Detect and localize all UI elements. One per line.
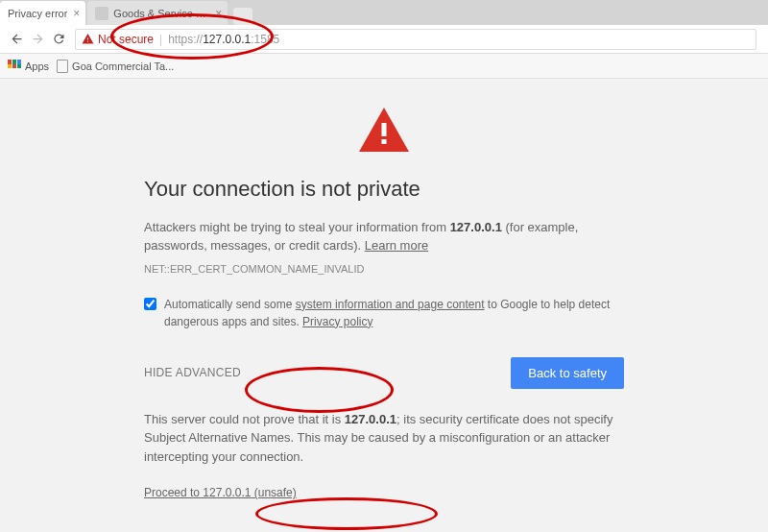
url-scheme: https:// bbox=[168, 33, 203, 46]
url-port: :1585 bbox=[251, 33, 279, 46]
button-row: HIDE ADVANCED Back to safety bbox=[144, 357, 624, 389]
error-code: NET::ERR_CERT_COMMON_NAME_INVALID bbox=[144, 263, 624, 275]
learn-more-link[interactable]: Learn more bbox=[365, 238, 428, 253]
address-bar[interactable]: Not secure | https://127.0.0.1:1585 bbox=[75, 29, 756, 50]
page-icon bbox=[57, 60, 68, 73]
toolbar: Not secure | https://127.0.0.1:1585 bbox=[0, 25, 768, 54]
new-tab-button[interactable] bbox=[233, 8, 252, 25]
forward-button[interactable] bbox=[27, 29, 48, 50]
warning-triangle-icon bbox=[82, 33, 94, 45]
url-host: 127.0.0.1 bbox=[203, 33, 251, 46]
hide-advanced-button[interactable]: HIDE ADVANCED bbox=[144, 366, 241, 379]
bookmark-label: Goa Commercial Ta... bbox=[72, 60, 174, 72]
back-button[interactable] bbox=[6, 29, 27, 50]
not-secure-badge[interactable]: Not secure bbox=[82, 33, 154, 46]
svg-rect-1 bbox=[382, 139, 387, 144]
tab-gst[interactable]: Goods & Service Tax (GS × bbox=[87, 1, 228, 25]
system-info-link[interactable]: system information and page content bbox=[296, 298, 485, 311]
svg-rect-0 bbox=[382, 123, 387, 136]
tab-strip: Privacy error × Goods & Service Tax (GS … bbox=[0, 0, 768, 25]
apps-label: Apps bbox=[25, 60, 49, 72]
advanced-explanation: This server could not prove that it is 1… bbox=[144, 410, 624, 467]
bookmarks-bar: Apps Goa Commercial Ta... bbox=[0, 54, 768, 79]
privacy-policy-link[interactable]: Privacy policy bbox=[302, 315, 372, 328]
close-icon[interactable]: × bbox=[215, 7, 222, 20]
separator: | bbox=[159, 33, 162, 46]
page-content: Your connection is not private Attackers… bbox=[0, 79, 768, 500]
tab-title: Goods & Service Tax (GS bbox=[113, 8, 209, 19]
bookmark-item[interactable]: Goa Commercial Ta... bbox=[57, 60, 174, 73]
opt-in-row: Automatically send some system informati… bbox=[144, 296, 624, 330]
page-title: Your connection is not private bbox=[144, 177, 624, 202]
warning-triangle-icon bbox=[359, 108, 409, 152]
apps-shortcut[interactable]: Apps bbox=[8, 60, 49, 73]
back-to-safety-button[interactable]: Back to safety bbox=[511, 357, 624, 389]
favicon-icon bbox=[95, 7, 108, 20]
not-secure-label: Not secure bbox=[98, 33, 154, 46]
opt-in-text: Automatically send some system informati… bbox=[164, 296, 624, 330]
annotation-ellipse bbox=[255, 497, 438, 530]
apps-grid-icon bbox=[8, 60, 21, 73]
tab-title: Privacy error bbox=[8, 8, 67, 19]
close-icon[interactable]: × bbox=[73, 7, 80, 20]
proceed-unsafe-link[interactable]: Proceed to 127.0.0.1 (unsafe) bbox=[144, 486, 297, 499]
intro-paragraph: Attackers might be trying to steal your … bbox=[144, 219, 624, 255]
reload-button[interactable] bbox=[48, 29, 69, 50]
tab-privacy-error[interactable]: Privacy error × bbox=[0, 1, 85, 25]
opt-in-checkbox[interactable] bbox=[144, 298, 156, 310]
